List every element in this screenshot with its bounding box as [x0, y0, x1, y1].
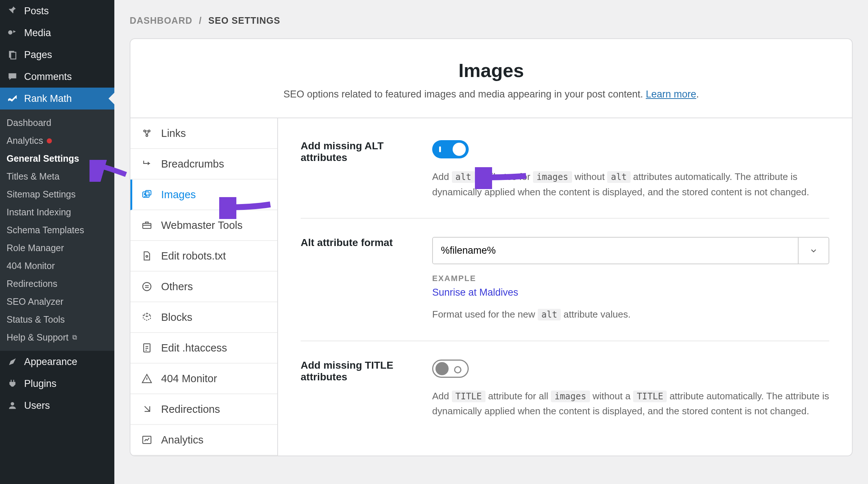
setting-label: Alt attribute format [301, 237, 418, 322]
page-subtitle: SEO options related to featured images a… [141, 89, 841, 100]
breadcrumb-current: SEO SETTINGS [208, 15, 280, 26]
sidebar-item-rank-math[interactable]: Rank Math [0, 88, 114, 110]
sidebar-item-label: Users [24, 400, 50, 411]
settings-nav: Links Breadcrumbs Images Webmaster Tools… [130, 118, 278, 456]
svg-rect-11 [143, 223, 151, 228]
submenu-general-settings[interactable]: General Settings [0, 150, 114, 168]
sidebar-submenu: Dashboard Analytics General Settings Tit… [0, 110, 114, 351]
submenu-instant-indexing[interactable]: Instant Indexing [0, 203, 114, 221]
breadcrumb: DASHBOARD / SEO SETTINGS [130, 15, 853, 26]
redirections-icon [141, 403, 153, 415]
alt-format-input-wrap [432, 237, 829, 264]
appearance-icon [7, 356, 18, 368]
add-title-toggle[interactable] [432, 360, 469, 378]
settings-nav-404-monitor[interactable]: 404 Monitor [130, 364, 277, 394]
example-value: Sunrise at Maldives [432, 287, 829, 298]
svg-rect-10 [145, 191, 151, 195]
analytics-icon [141, 434, 153, 446]
robots-icon [141, 250, 153, 262]
settings-nav-blocks[interactable]: Blocks [130, 302, 277, 333]
media-icon [7, 27, 18, 39]
add-alt-toggle[interactable] [432, 140, 469, 158]
setting-alt-format: Alt attribute format EXAMPLE Sunrise at … [301, 237, 829, 341]
svg-rect-2 [11, 52, 16, 59]
htaccess-icon [141, 342, 153, 354]
blocks-icon [141, 311, 153, 323]
page-icon [7, 49, 18, 61]
submenu-404-monitor[interactable]: 404 Monitor [0, 257, 114, 275]
settings-nav-webmaster-tools[interactable]: Webmaster Tools [130, 210, 277, 241]
settings-nav-htaccess[interactable]: Edit .htaccess [130, 333, 277, 364]
sidebar-item-users[interactable]: Users [0, 395, 114, 416]
sidebar-item-label: Posts [24, 5, 49, 17]
settings-nav-breadcrumbs[interactable]: Breadcrumbs [130, 149, 277, 180]
setting-label: Add missing ALT attributes [301, 140, 418, 200]
submenu-sitemap-settings[interactable]: Sitemap Settings [0, 185, 114, 203]
submenu-dashboard[interactable]: Dashboard [0, 114, 114, 132]
others-icon [141, 280, 153, 293]
sidebar-item-comments[interactable]: Comments [0, 66, 114, 88]
submenu-redirections[interactable]: Redirections [0, 275, 114, 293]
breadcrumb-separator: / [199, 15, 202, 26]
warning-icon [141, 372, 153, 385]
sidebar-item-appearance[interactable]: Appearance [0, 351, 114, 373]
submenu-role-manager[interactable]: Role Manager [0, 239, 114, 257]
settings-nav-robots[interactable]: Edit robots.txt [130, 241, 277, 272]
svg-point-13 [143, 283, 151, 291]
setting-add-title: Add missing TITLE attributes Add TITLE a… [301, 360, 829, 419]
users-icon [7, 400, 18, 411]
sidebar-item-pages[interactable]: Pages [0, 44, 114, 66]
sidebar-item-label: Appearance [24, 356, 77, 368]
settings-nav-redirections[interactable]: Redirections [130, 394, 277, 425]
setting-label: Add missing TITLE attributes [301, 360, 418, 419]
sidebar-item-label: Plugins [24, 378, 57, 389]
submenu-seo-analyzer[interactable]: SEO Analyzer [0, 293, 114, 311]
comment-icon [7, 71, 18, 82]
svg-point-5 [144, 130, 145, 132]
svg-point-7 [146, 135, 148, 137]
setting-description: Add TITLE attribute for all images witho… [432, 389, 829, 419]
alt-format-input[interactable] [433, 238, 798, 264]
notification-dot-icon [47, 138, 52, 143]
admin-sidebar: Posts Media Pages Comments Rank Math Das… [0, 0, 114, 484]
setting-description: Add alt attributes for images without al… [432, 169, 829, 200]
settings-nav-images[interactable]: Images [130, 180, 277, 210]
setting-description: Format used for the new alt attribute va… [432, 307, 829, 322]
svg-rect-14 [144, 344, 150, 352]
images-icon [141, 188, 153, 201]
settings-panel: Images SEO options related to featured i… [130, 38, 853, 456]
settings-content: Add missing ALT attributes Add alt attri… [278, 118, 852, 456]
sidebar-item-label: Media [24, 27, 51, 39]
main-content: DASHBOARD / SEO SETTINGS Images SEO opti… [114, 0, 868, 484]
breadcrumb-parent[interactable]: DASHBOARD [130, 15, 193, 26]
page-title: Images [141, 59, 841, 81]
setting-add-alt: Add missing ALT attributes Add alt attri… [301, 140, 829, 219]
settings-nav-analytics[interactable]: Analytics [130, 425, 277, 456]
submenu-titles-meta[interactable]: Titles & Meta [0, 168, 114, 185]
learn-more-link[interactable]: Learn more [646, 89, 696, 100]
sidebar-item-posts[interactable]: Posts [0, 0, 114, 22]
svg-point-6 [148, 130, 150, 132]
links-icon [141, 127, 153, 139]
toolbox-icon [141, 219, 153, 231]
plugin-icon [7, 378, 18, 389]
settings-nav-others[interactable]: Others [130, 272, 277, 302]
settings-nav-links[interactable]: Links [130, 118, 277, 149]
svg-point-0 [8, 30, 12, 35]
submenu-status-tools[interactable]: Status & Tools [0, 311, 114, 329]
rankmath-icon [7, 93, 18, 104]
submenu-help-support[interactable]: Help & Support⧉ [0, 329, 114, 346]
panel-header: Images SEO options related to featured i… [130, 39, 852, 118]
external-link-icon: ⧉ [72, 334, 77, 341]
variable-dropdown-button[interactable] [798, 238, 829, 264]
svg-point-12 [146, 256, 148, 257]
submenu-analytics[interactable]: Analytics [0, 132, 114, 150]
breadcrumbs-icon [141, 158, 153, 170]
sidebar-item-plugins[interactable]: Plugins [0, 373, 114, 395]
sidebar-item-media[interactable]: Media [0, 22, 114, 44]
sidebar-item-label: Rank Math [24, 93, 72, 104]
svg-point-4 [11, 402, 14, 406]
chevron-down-icon [809, 246, 818, 255]
pin-icon [7, 5, 18, 17]
submenu-schema-templates[interactable]: Schema Templates [0, 221, 114, 239]
